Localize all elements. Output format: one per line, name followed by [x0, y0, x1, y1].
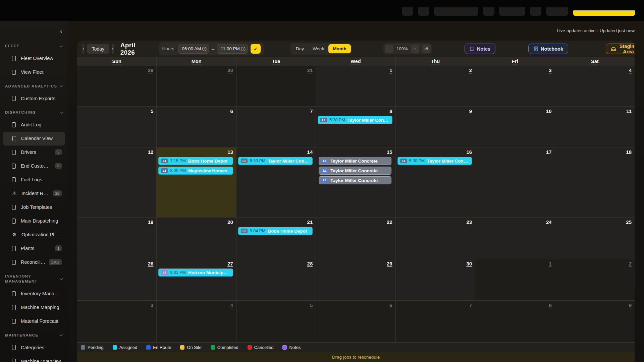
day-number[interactable]: 30 [158, 67, 233, 73]
event-chip[interactable]: L19:04 PMBobs Home Depot [238, 227, 313, 235]
day-number[interactable]: 7 [238, 108, 313, 114]
event-chip[interactable]: L1Taylor Miller Concrete [319, 167, 391, 175]
event-chip[interactable]: L15:30 PMTaylor Miller Concrete [397, 157, 472, 165]
day-number[interactable]: 4 [557, 67, 632, 73]
apply-hours-button[interactable]: ✓ [251, 44, 261, 54]
notes-button[interactable]: Notes [465, 44, 495, 54]
sidebar-item-incident-repor[interactable]: ⚠Incident Repor...25 [3, 187, 65, 200]
topbar-button[interactable] [483, 7, 494, 16]
sidebar-collapse-button[interactable]: ‹ [60, 28, 62, 34]
today-button[interactable]: Today [87, 44, 109, 54]
day-number[interactable]: 12 [79, 149, 153, 155]
sidebar-item-fuel-logs[interactable]: Fuel Logs [3, 173, 65, 187]
sidebar-item-plants[interactable]: Plants1 [3, 242, 65, 255]
event-chip[interactable]: L15:30 PMTaylor Miller Concrete [318, 116, 392, 124]
day-number[interactable]: 10 [477, 108, 551, 114]
day-number[interactable]: 6 [158, 108, 233, 114]
day-number[interactable]: 24 [477, 219, 551, 225]
staging-area-button[interactable]: Staging Area 1 [606, 44, 635, 54]
day-number[interactable]: 26 [79, 261, 153, 266]
zoom-reset-button[interactable]: ↺ [422, 45, 430, 53]
day-number[interactable]: 19 [79, 219, 153, 225]
day-number[interactable]: 5 [238, 302, 313, 308]
zoom-in-button[interactable]: + [411, 45, 419, 53]
topbar-button[interactable] [434, 7, 478, 16]
day-number[interactable]: 6 [318, 302, 392, 308]
event-chip[interactable]: L29:31 PMHorizon Municipal Wo... [158, 268, 233, 277]
day-number[interactable]: 8 [477, 302, 551, 308]
prev-month-button[interactable]: ‹ [83, 44, 84, 54]
sidebar-item-drivers[interactable]: Drivers5 [3, 145, 65, 159]
event-chip[interactable]: L17:15 PMBobs Home Depot [158, 157, 233, 165]
day-number[interactable]: 16 [397, 149, 472, 155]
day-number[interactable]: 9 [557, 302, 632, 308]
topbar-button[interactable] [546, 7, 568, 16]
sidebar-item-end-customers[interactable]: End Customers8 [3, 159, 65, 173]
sidebar-item-audit-log[interactable]: Audit Log [3, 118, 65, 132]
day-number[interactable]: 4 [158, 302, 233, 308]
day-number[interactable]: 11 [557, 108, 632, 114]
sidebar-item-categories[interactable]: Categories [3, 341, 65, 354]
sidebar-section-header-dispatching[interactable]: DISPATCHING [0, 105, 68, 118]
next-month-button[interactable]: › [112, 44, 114, 54]
day-number[interactable]: 1 [318, 67, 392, 73]
day-number[interactable]: 18 [557, 149, 632, 155]
day-number[interactable]: 29 [318, 261, 392, 266]
day-number[interactable]: 21 [238, 219, 313, 225]
day-number[interactable]: 2 [557, 261, 632, 266]
sidebar-section-header-maintenance[interactable]: MAINTENANCE [0, 328, 68, 341]
view-month[interactable]: Month [328, 44, 351, 53]
day-number[interactable]: 7 [397, 302, 472, 308]
day-number[interactable]: 23 [397, 219, 472, 225]
day-number[interactable]: 29 [79, 67, 153, 73]
sidebar-item-fleet-overview[interactable]: Fleet Overview [3, 52, 65, 65]
topbar-primary-button[interactable] [573, 10, 635, 16]
sidebar-item-machine-mapping[interactable]: Machine Mapping [3, 301, 65, 314]
sidebar-section-header-fleet[interactable]: FLEET [0, 39, 68, 52]
sidebar-section-header-inventory-management[interactable]: INVENTORY MANAGEMENT [0, 269, 68, 287]
day-number[interactable]: 2 [397, 67, 472, 73]
topbar-button[interactable] [530, 7, 541, 16]
event-chip[interactable]: L18:00 PMMapleview Homes [158, 167, 233, 175]
topbar-button[interactable] [402, 7, 413, 16]
view-week[interactable]: Week [308, 44, 328, 53]
event-chip[interactable]: L1Taylor Miller Concrete [319, 157, 391, 165]
day-number[interactable]: 28 [238, 261, 313, 266]
hours-start-input[interactable]: 06:00 AM [178, 44, 209, 54]
topbar-button[interactable] [418, 7, 429, 16]
day-number[interactable]: 3 [477, 67, 551, 73]
day-number[interactable]: 14 [238, 149, 313, 155]
day-number[interactable]: 8 [318, 108, 392, 114]
sidebar-item-material-forecast[interactable]: Material Forecast [3, 314, 65, 328]
day-number[interactable]: 22 [318, 219, 392, 225]
sidebar-item-calendar-view[interactable]: Calendar View [3, 132, 65, 145]
day-number[interactable]: 15 [318, 149, 392, 155]
day-number[interactable]: 5 [79, 108, 153, 114]
day-number[interactable]: 31 [238, 67, 313, 73]
day-number[interactable]: 1 [477, 261, 551, 266]
topbar-button[interactable] [499, 7, 525, 16]
notebook-button[interactable]: Notebook [528, 44, 568, 54]
event-chip[interactable]: L15:30 PMTaylor Miller Concrete [238, 157, 313, 165]
sidebar-item-view-fleet[interactable]: View Fleet [3, 65, 65, 79]
sidebar-item-custom-exports[interactable]: Custom Exports [3, 92, 65, 105]
hours-end-input[interactable]: 11:00 PM [217, 44, 248, 54]
sidebar-item-inventory-manage[interactable]: Inventory Manage... [3, 287, 65, 301]
day-number[interactable]: 3 [79, 302, 153, 308]
day-number[interactable]: 9 [397, 108, 472, 114]
day-number[interactable]: 30 [397, 261, 472, 266]
day-number[interactable]: 17 [477, 149, 551, 155]
day-number[interactable]: 13 [158, 149, 233, 155]
day-number[interactable]: 20 [158, 219, 233, 225]
sidebar-item-optimization-plann[interactable]: ⚙Optimization Plann... [3, 228, 65, 242]
sidebar-item-machine-overview[interactable]: Machine Overview [3, 354, 65, 362]
sidebar-item-reconciliati[interactable]: Reconciliati...2202 [3, 255, 65, 269]
day-number[interactable]: 27 [158, 261, 233, 266]
view-day[interactable]: Day [291, 44, 308, 53]
day-number[interactable]: 25 [557, 219, 632, 225]
zoom-out-button[interactable]: − [385, 45, 393, 53]
event-chip[interactable]: L1Taylor Miller Concrete [319, 176, 391, 184]
sidebar-item-job-templates[interactable]: Job Templates [3, 200, 65, 214]
sidebar-section-header-advanced-analytics[interactable]: ADVANCED ANALYTICS [0, 79, 68, 92]
sidebar-item-main-dispatching[interactable]: Main Dispatching [3, 214, 65, 228]
